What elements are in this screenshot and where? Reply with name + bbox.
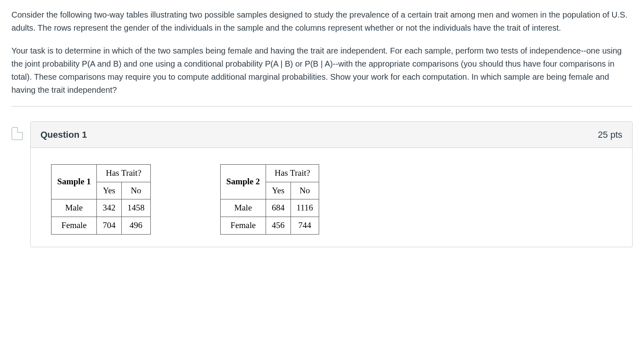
sample1-col-no: No (121, 182, 150, 199)
sample2-row0-label: Male (220, 199, 266, 217)
sample2-row1-yes: 456 (266, 217, 291, 234)
sample1-table: Sample 1 Has Trait? Yes No Male 342 1458… (51, 164, 151, 234)
sample1-row1-label: Female (51, 217, 97, 234)
question-points: 25 pts (598, 128, 622, 142)
sample2-table: Sample 2 Has Trait? Yes No Male 684 1116… (220, 164, 319, 234)
table-row: Male 684 1116 (220, 199, 319, 217)
sample2-title-cell: Sample 2 (220, 165, 266, 199)
table-row: Female 456 744 (220, 217, 319, 234)
intro-paragraph-2: Your task is to determine in which of th… (11, 44, 633, 96)
sample2-row0-no: 1116 (291, 199, 319, 217)
table-row: Sample 1 Has Trait? (51, 165, 151, 182)
sample1-title-cell: Sample 1 (51, 165, 97, 199)
table-row: Male 342 1458 (51, 199, 151, 217)
section-divider (11, 106, 633, 107)
tables-row: Sample 1 Has Trait? Yes No Male 342 1458… (51, 164, 612, 234)
sample2-row1-label: Female (220, 217, 266, 234)
file-icon (11, 127, 23, 140)
sample1-row0-label: Male (51, 199, 97, 217)
sample1-row1-no: 496 (121, 217, 150, 234)
sample2-row1-no: 744 (291, 217, 319, 234)
question-header: Question 1 25 pts (31, 122, 632, 148)
question-icon-wrap (11, 121, 23, 140)
sample2-col-yes: Yes (266, 182, 291, 199)
question-body: Sample 1 Has Trait? Yes No Male 342 1458… (31, 148, 632, 246)
intro-paragraph-1: Consider the following two-way tables il… (11, 8, 633, 34)
sample1-col-yes: Yes (97, 182, 122, 199)
sample1-row0-yes: 342 (97, 199, 122, 217)
sample2-trait-header: Has Trait? (266, 165, 319, 182)
sample1-row1-yes: 704 (97, 217, 122, 234)
sample1-trait-header: Has Trait? (97, 165, 151, 182)
table-row: Sample 2 Has Trait? (220, 165, 319, 182)
sample1-row0-no: 1458 (121, 199, 150, 217)
table-row: Female 704 496 (51, 217, 151, 234)
sample2-col-no: No (291, 182, 319, 199)
sample2-row0-yes: 684 (266, 199, 291, 217)
question-container: Question 1 25 pts Sample 1 Has Trait? Ye… (11, 121, 633, 247)
question-box: Question 1 25 pts Sample 1 Has Trait? Ye… (30, 121, 633, 247)
question-title: Question 1 (40, 128, 87, 142)
